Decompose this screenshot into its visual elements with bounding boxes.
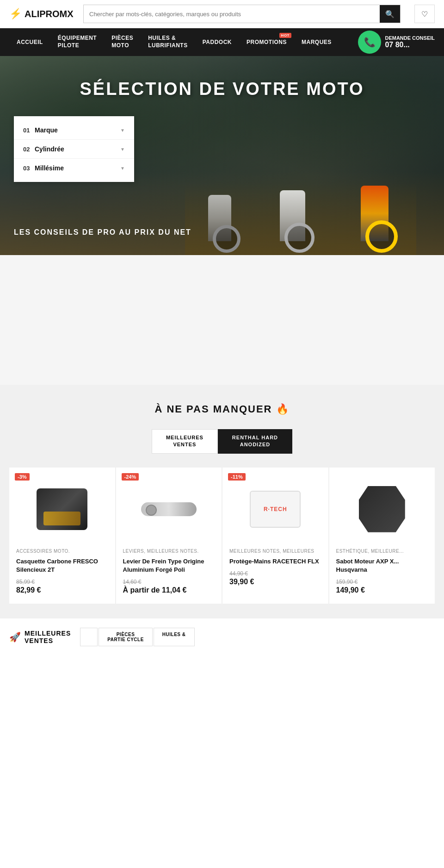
hero-section: SÉLECTION DE VOTRE MOTO 01 Marque ▼ 02 C… bbox=[0, 56, 444, 255]
search-input[interactable] bbox=[84, 5, 380, 23]
chevron-right-icon-3: ▼ bbox=[120, 166, 125, 171]
main-nav: ACCUEIL ÉQUIPEMENT PILOTE PIÈCES MOTO HU… bbox=[0, 28, 444, 56]
bottom-section: 🚀 MEILLEURES VENTES PIÈCESPARTIE CYCLE H… bbox=[0, 618, 444, 656]
moto-step-3: 03 bbox=[23, 165, 35, 172]
nav-item-paddock[interactable]: PADDOCK bbox=[195, 28, 239, 56]
product-card-1: -3% ACCESSOIRES MOTO. Casquette Carbone … bbox=[9, 468, 115, 604]
nav-item-equipement-pilote[interactable]: ÉQUIPEMENT PILOTE bbox=[50, 28, 104, 56]
product-price-current-1: 82,99 € bbox=[16, 586, 108, 594]
phone-label: DEMANDE CONSEIL bbox=[385, 35, 435, 41]
discount-badge-2: -24% bbox=[122, 473, 139, 481]
bottom-section-title: MEILLEURES VENTES bbox=[25, 630, 71, 644]
product-name-3: Protège-Mains RACETECH FLX bbox=[229, 557, 321, 566]
bottom-tabs: PIÈCESPARTIE CYCLE HUILES & bbox=[80, 628, 194, 646]
product-price-current-4: 149,90 € bbox=[336, 586, 428, 594]
product-categories-3: MEILLEURES NOTES, MEILLEURES bbox=[229, 549, 321, 554]
bottom-title-line2: VENTES bbox=[25, 637, 71, 644]
moto-label-millesime: Millésime bbox=[35, 164, 120, 172]
phone-info: DEMANDE CONSEIL 07 80... bbox=[385, 35, 435, 49]
product-name-1: Casquette Carbone FRESCO Silencieux 2T bbox=[16, 557, 108, 574]
skid-image bbox=[359, 486, 405, 532]
moto-label-cylindree: Cylindrée bbox=[35, 145, 120, 153]
products-section: À NE PAS MANQUER 🔥 MEILLEURESVENTES RENT… bbox=[0, 385, 444, 618]
section-title-featured: À NE PAS MANQUER 🔥 bbox=[9, 403, 435, 415]
bottom-tab-huiles[interactable]: HUILES & bbox=[154, 628, 195, 646]
site-logo[interactable]: ⚡ ALIPROMX bbox=[9, 8, 74, 20]
hero-tagline: LES CONSEILS DE PRO AU PRIX DU NET bbox=[14, 228, 191, 237]
nav-item-pieces-moto[interactable]: PIÈCES MOTO bbox=[104, 28, 141, 56]
bottom-tab-pieces-cycle[interactable]: PIÈCESPARTIE CYCLE bbox=[99, 628, 153, 646]
hero-title: SÉLECTION DE VOTRE MOTO bbox=[0, 79, 444, 99]
moto-row-marque[interactable]: 01 Marque ▼ bbox=[14, 121, 134, 140]
moto-label-marque: Marque bbox=[35, 126, 120, 134]
phone-number: 07 80... bbox=[385, 41, 435, 49]
product-price-current-3: 39,90 € bbox=[229, 578, 321, 586]
nav-item-accueil[interactable]: ACCUEIL bbox=[9, 28, 50, 56]
discount-badge-1: -3% bbox=[15, 473, 30, 481]
lever-image bbox=[141, 502, 197, 516]
product-categories-1: ACCESSOIRES MOTO. bbox=[16, 549, 108, 554]
chevron-right-icon: ▼ bbox=[120, 128, 125, 133]
products-grid: -3% ACCESSOIRES MOTO. Casquette Carbone … bbox=[9, 468, 435, 604]
bottom-tab-empty[interactable] bbox=[80, 628, 98, 646]
search-icon: 🔍 bbox=[385, 10, 395, 19]
product-tabs: MEILLEURESVENTES RENTHAL HARDANODIZED bbox=[9, 429, 435, 454]
search-container: 🔍 bbox=[83, 5, 401, 23]
moto-row-cylindree[interactable]: 02 Cylindrée ▼ bbox=[14, 140, 134, 159]
site-header: ⚡ ALIPROMX 🔍 ♡ bbox=[0, 0, 444, 28]
handguard-image: R·TECH bbox=[250, 491, 301, 528]
promotions-badge: HOT bbox=[279, 33, 291, 38]
product-price-current-2: À partir de 11,04 € bbox=[123, 586, 215, 594]
product-image-4[interactable] bbox=[336, 477, 428, 542]
phone-button[interactable]: 📞 bbox=[358, 31, 381, 54]
logo-text: ALIPROMX bbox=[25, 9, 74, 19]
nav-item-huiles[interactable]: HUILES & LUBRIFIANTS bbox=[141, 28, 195, 56]
nav-item-promotions[interactable]: PROMOTIONS HOT bbox=[239, 28, 294, 56]
tab-renthal[interactable]: RENTHAL HARDANODIZED bbox=[218, 429, 292, 454]
moto-step-2: 02 bbox=[23, 146, 35, 153]
discount-badge-3: -11% bbox=[228, 473, 246, 481]
product-card-2: -24% LEVIERS, MEILLEURES NOTES. Levier D… bbox=[116, 468, 222, 604]
product-name-4: Sabot Moteur AXP X... Husqvarna bbox=[336, 557, 428, 574]
product-card-3: -11% R·TECH MEILLEURES NOTES, MEILLEURES… bbox=[222, 468, 328, 604]
product-price-original-2: 14,60 € bbox=[123, 579, 215, 585]
wishlist-button[interactable]: ♡ bbox=[414, 5, 435, 23]
product-name-2: Levier De Frein Type Origine Aluminium F… bbox=[123, 557, 215, 574]
product-image-3[interactable]: R·TECH bbox=[229, 477, 321, 542]
phone-icon: 📞 bbox=[364, 37, 376, 48]
product-price-original-3: 44,90 € bbox=[229, 570, 321, 577]
moto-step-1: 01 bbox=[23, 127, 35, 134]
product-image-2[interactable] bbox=[123, 477, 215, 542]
tab-meilleures-ventes[interactable]: MEILLEURESVENTES bbox=[152, 429, 218, 454]
product-card-4: ESTHÉTIQUE, MEILLEURE... Sabot Moteur AX… bbox=[329, 468, 435, 604]
product-categories-2: LEVIERS, MEILLEURES NOTES. bbox=[123, 549, 215, 554]
logo-bolt-icon: ⚡ bbox=[9, 8, 22, 20]
heart-icon: ♡ bbox=[421, 10, 428, 19]
product-image-1[interactable] bbox=[16, 477, 108, 542]
nav-phone-area: 📞 DEMANDE CONSEIL 07 80... bbox=[358, 28, 435, 56]
product-categories-4: ESTHÉTIQUE, MEILLEURE... bbox=[336, 549, 428, 554]
product-price-original-4: 159,90 € bbox=[336, 579, 428, 585]
moto-row-millesime[interactable]: 03 Millésime ▼ bbox=[14, 159, 134, 177]
nav-item-marques[interactable]: MARQUES bbox=[294, 28, 339, 56]
bottom-logo-icon: 🚀 bbox=[9, 631, 21, 643]
bottom-logo: 🚀 MEILLEURES VENTES bbox=[9, 630, 71, 644]
spacer-section bbox=[0, 255, 444, 385]
product-price-original-1: 85,99 € bbox=[16, 579, 108, 585]
chevron-right-icon-2: ▼ bbox=[120, 147, 125, 152]
moto-selector: 01 Marque ▼ 02 Cylindrée ▼ 03 Millésime … bbox=[14, 116, 134, 182]
bottom-title-line1: MEILLEURES bbox=[25, 630, 71, 637]
exhaust-image bbox=[37, 488, 87, 530]
search-button[interactable]: 🔍 bbox=[380, 5, 400, 23]
